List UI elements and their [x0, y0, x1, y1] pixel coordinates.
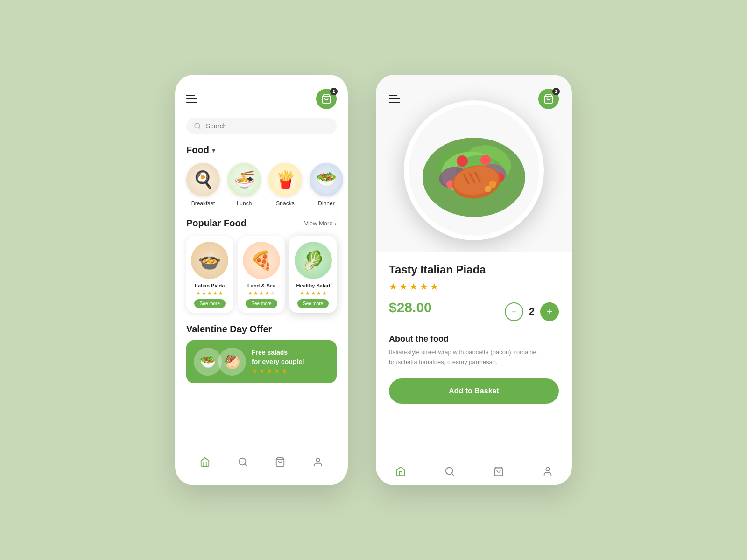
nav-home-left[interactable] — [192, 454, 218, 470]
dinner-circle: 🥗 — [310, 163, 343, 196]
dinner-emoji: 🥗 — [316, 170, 337, 189]
land-sea-see-more[interactable]: See more — [246, 299, 277, 308]
detail-content: Tasty Italian Piada ★ ★ ★ ★ ★ $28.00 − 2… — [376, 252, 572, 457]
add-to-basket-btn[interactable]: Add to Basket — [389, 378, 559, 404]
view-more-text: View More — [304, 220, 332, 227]
bottom-nav-left — [186, 448, 337, 476]
healthy-salad-name: Healthy Salad — [296, 283, 330, 288]
lunch-circle: 🍜 — [227, 163, 261, 196]
search-input[interactable] — [206, 122, 329, 130]
food-section-title: Food ▾ — [186, 145, 215, 155]
banner-title-line2: for every couple! — [252, 358, 329, 365]
view-more-btn[interactable]: View More › — [304, 220, 337, 227]
lunch-emoji: 🍜 — [234, 170, 255, 189]
profile-icon-left — [312, 456, 324, 468]
italian-piada-image: 🍲 — [191, 242, 228, 279]
popular-food-grid: 🍲 Italian Piada ★ ★ ★ ★ ★ See more 🍕 Lan… — [186, 236, 337, 313]
categories-list: 🍳 Breakfast 🍜 Lunch 🍟 Snacks 🥗 Dinner — [186, 163, 337, 207]
svg-point-30 — [546, 468, 549, 471]
detail-title-price-block: Tasty Italian Piada ★ ★ ★ ★ ★ $28.00 — [389, 263, 486, 325]
star-2: ★ — [202, 290, 206, 296]
land-sea-stars: ★ ★ ★ ★ ★ — [248, 290, 275, 296]
star-4: ★ — [213, 290, 218, 296]
detail-price: $28.00 — [389, 300, 486, 315]
svg-line-28 — [451, 473, 453, 475]
valentine-banner: 🥗 🥙 Free salads for every couple! ★ ★ ★ … — [186, 340, 337, 383]
profile-icon-right — [542, 466, 553, 477]
dropdown-icon[interactable]: ▾ — [212, 147, 215, 154]
food-card-land-sea[interactable]: 🍕 Land & Sea ★ ★ ★ ★ ★ See more — [238, 236, 285, 313]
banner-food-images: 🥗 🥙 — [194, 348, 242, 376]
price-qty-row: Tasty Italian Piada ★ ★ ★ ★ ★ $28.00 − 2… — [389, 263, 559, 325]
healthy-salad-see-more[interactable]: See more — [297, 299, 329, 308]
cart-badge-right: 2 — [552, 88, 560, 95]
popular-food-title: Popular Food — [186, 218, 247, 229]
nav-profile-left[interactable] — [305, 454, 331, 470]
category-lunch[interactable]: 🍜 Lunch — [227, 163, 261, 207]
healthy-salad-image: 🥬 — [295, 242, 332, 279]
valentine-title: Valentine Day Offer — [186, 324, 337, 335]
increase-qty-btn[interactable]: + — [540, 302, 559, 321]
snacks-emoji: 🍟 — [275, 170, 296, 189]
quantity-value: 2 — [529, 306, 535, 318]
banner-food-2: 🥙 — [218, 348, 246, 376]
land-sea-image: 🍕 — [243, 242, 280, 279]
banner-food-1: 🥗 — [194, 348, 222, 376]
food-title-text: Food — [186, 145, 209, 155]
nav-bag-right[interactable] — [486, 463, 512, 480]
banner-stars: ★ ★ ★ ★ ★ — [252, 367, 329, 375]
search-icon-right — [444, 466, 455, 477]
italian-piada-stars: ★ ★ ★ ★ ★ — [196, 290, 223, 296]
nav-bag-left[interactable] — [267, 454, 293, 470]
category-dinner[interactable]: 🥗 Dinner — [310, 163, 343, 207]
decrease-qty-btn[interactable]: − — [505, 302, 523, 321]
cart-button-left[interactable]: 2 — [316, 89, 337, 109]
snacks-circle: 🍟 — [268, 163, 302, 196]
star-3: ★ — [207, 290, 212, 296]
search-bar[interactable] — [186, 118, 337, 134]
bottom-nav-right — [376, 457, 572, 485]
svg-point-1 — [195, 123, 200, 128]
cart-button-right[interactable]: 2 — [538, 89, 559, 109]
food-card-italian-piada[interactable]: 🍲 Italian Piada ★ ★ ★ ★ ★ See more — [186, 236, 233, 313]
snacks-label: Snacks — [276, 200, 294, 207]
detail-stars: ★ ★ ★ ★ ★ — [389, 281, 486, 292]
italian-piada-name: Italian Piada — [195, 283, 225, 288]
nav-search-right[interactable] — [437, 463, 463, 480]
svg-line-4 — [245, 464, 247, 466]
category-snacks[interactable]: 🍟 Snacks — [268, 163, 302, 207]
detail-plate — [404, 100, 544, 240]
lunch-label: Lunch — [237, 200, 252, 207]
bag-icon-left — [275, 456, 286, 468]
bag-icon-right — [493, 466, 504, 477]
hamburger-menu[interactable] — [186, 95, 197, 103]
popular-section-header: Popular Food View More › — [186, 218, 337, 229]
breakfast-label: Breakfast — [191, 200, 215, 207]
svg-point-26 — [485, 186, 491, 192]
nav-search-left[interactable] — [230, 454, 256, 470]
svg-point-16 — [457, 155, 468, 167]
svg-point-6 — [316, 458, 319, 462]
italian-piada-see-more[interactable]: See more — [194, 299, 226, 308]
svg-line-2 — [199, 127, 200, 129]
nav-profile-right[interactable] — [535, 463, 561, 480]
cart-badge-left: 2 — [330, 88, 338, 95]
valentine-section-header: Valentine Day Offer — [186, 324, 337, 335]
home-icon-left — [199, 456, 211, 468]
healthy-salad-stars: ★ ★ ★ ★ ★ — [300, 290, 327, 296]
quantity-control: − 2 + — [505, 302, 559, 321]
about-food-text: Italian-style street wrap with pancetta … — [389, 348, 559, 367]
search-icon-left — [237, 456, 248, 468]
category-breakfast[interactable]: 🍳 Breakfast — [186, 163, 220, 207]
food-section-header: Food ▾ — [186, 145, 337, 155]
salad-svg — [409, 105, 539, 236]
star-1: ★ — [196, 290, 201, 296]
svg-point-17 — [480, 155, 491, 165]
food-card-healthy-salad[interactable]: 🥬 Healthy Salad ★ ★ ★ ★ ★ See more — [289, 236, 337, 313]
breakfast-circle: 🍳 — [186, 163, 220, 196]
dinner-label: Dinner — [318, 200, 334, 207]
left-header: 2 — [186, 89, 337, 109]
hamburger-menu-right[interactable] — [389, 95, 400, 103]
star-5: ★ — [218, 290, 223, 296]
nav-home-right[interactable] — [388, 463, 414, 480]
